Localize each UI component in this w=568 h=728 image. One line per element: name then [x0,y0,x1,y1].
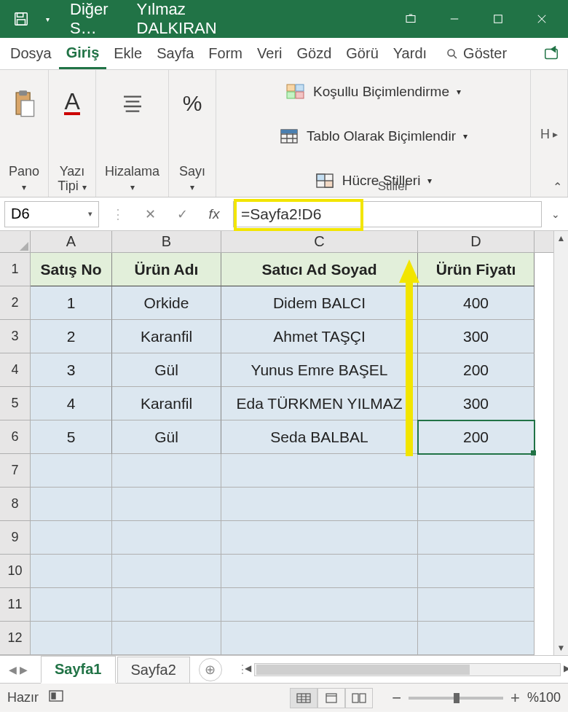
cell-C12[interactable] [221,622,418,655]
cell-C7[interactable] [221,454,418,488]
cell-A2[interactable]: 1 [31,286,112,320]
cell-A7[interactable] [31,454,112,488]
cell-B5[interactable]: Karanfil [112,387,221,420]
cell-D11[interactable] [418,588,535,622]
cell-B6[interactable]: Gül [112,420,221,454]
row-header-9[interactable]: 9 [0,521,30,555]
cell-B2[interactable]: Orkide [112,286,221,320]
cell-B10[interactable] [112,555,221,588]
cell-C10[interactable] [221,555,418,588]
row-header-7[interactable]: 7 [0,454,30,488]
cell-D7[interactable] [418,454,535,488]
row-header-3[interactable]: 3 [0,320,30,353]
ribbon-display-options[interactable] [389,0,433,38]
cell-C1[interactable]: Satıcı Ad Soyad [221,253,418,286]
cell-D3[interactable]: 300 [418,320,535,353]
cell-D8[interactable] [418,488,535,521]
minimize-button[interactable] [433,0,476,38]
col-header-D[interactable]: D [418,231,535,252]
conditional-formatting-button[interactable]: Koşullu Biçimlendirme ▾ [285,79,461,105]
row-header-4[interactable]: 4 [0,353,30,387]
cell-D2[interactable]: 400 [418,286,535,320]
cell-B8[interactable] [112,488,221,521]
font-button[interactable]: A [58,89,87,118]
cell-A3[interactable]: 2 [31,320,112,353]
cell-C9[interactable] [221,521,418,555]
zoom-in-button[interactable]: + [510,689,520,708]
cell-A8[interactable] [31,488,112,521]
name-box-dropdown-icon[interactable]: ▾ [88,209,92,219]
cell-C11[interactable] [221,588,418,622]
share-button[interactable] [535,38,568,69]
tab-sayfa[interactable]: Sayfa [149,38,201,69]
sheet-tab-sayfa2[interactable]: Sayfa2 [117,657,190,683]
cell-A12[interactable] [31,622,112,655]
number-button[interactable]: % [178,89,207,118]
alignment-button[interactable] [118,89,147,118]
col-header-B[interactable]: B [112,231,221,252]
cell-C2[interactable]: Didem BALCI [221,286,418,320]
format-as-table-button[interactable]: Tablo Olarak Biçimlendir ▾ [279,123,468,149]
insert-function-button[interactable]: fx [201,201,227,227]
save-button[interactable] [4,4,38,34]
collapse-ribbon-button[interactable]: ⌃ [553,180,562,194]
cell-B4[interactable]: Gül [112,353,221,387]
expand-formula-bar-button[interactable]: ⌄ [548,208,564,220]
tab-veri[interactable]: Veri [250,38,289,69]
macro-recorder-icon[interactable] [49,690,63,705]
cell-C8[interactable] [221,488,418,521]
col-header-A[interactable]: A [31,231,112,252]
cell-D5[interactable]: 300 [418,387,535,420]
scroll-up-icon[interactable]: ▲ [554,231,568,246]
normal-view-button[interactable] [290,688,317,708]
cell-D6[interactable]: 200 [418,420,535,454]
cell-B7[interactable] [112,454,221,488]
zoom-slider[interactable] [409,697,503,700]
row-header-8[interactable]: 8 [0,488,30,521]
add-sheet-button[interactable]: ⊕ [199,658,222,681]
tab-yardi[interactable]: Yardı [386,38,434,69]
scroll-down-icon[interactable]: ▼ [554,641,568,655]
page-break-view-button[interactable] [345,688,373,708]
cell-B12[interactable] [112,622,221,655]
cell-A11[interactable] [31,588,112,622]
cell-A6[interactable]: 5 [31,420,112,454]
tab-goru[interactable]: Görü [339,38,385,69]
vertical-scrollbar[interactable]: ▲ ▼ [553,231,568,655]
cell-C5[interactable]: Eda TÜRKMEN YILMAZ [221,387,418,420]
cell-A9[interactable] [31,521,112,555]
cell-A5[interactable]: 4 [31,387,112,420]
cell-A4[interactable]: 3 [31,353,112,387]
qat-customize-dropdown[interactable]: ▾ [38,4,57,34]
maximize-button[interactable] [476,0,520,38]
row-header-2[interactable]: 2 [0,286,30,320]
cell-A10[interactable] [31,555,112,588]
cell-D1[interactable]: Ürün Fiyatı [418,253,535,286]
cell-D10[interactable] [418,555,535,588]
row-header-5[interactable]: 5 [0,387,30,420]
cell-B1[interactable]: Ürün Adı [112,253,221,286]
cell-C4[interactable]: Yunus Emre BAŞEL [221,353,418,387]
cell-C6[interactable]: Seda BALBAL [221,420,418,454]
tab-gozd[interactable]: Gözd [289,38,339,69]
tab-giris[interactable]: Giriş [59,38,107,69]
cell-B3[interactable]: Karanfil [112,320,221,353]
sheet-tab-sayfa1[interactable]: Sayfa1 [41,656,116,684]
zoom-level[interactable]: %100 [527,690,561,705]
tab-dosya[interactable]: Dosya [3,38,59,69]
cancel-formula-button[interactable]: ✕ [137,201,163,227]
col-header-C[interactable]: C [221,231,418,252]
horizontal-scrollbar[interactable]: ◀▶ [254,663,561,676]
cell-A1[interactable]: Satış No [31,253,112,286]
cell-D4[interactable]: 200 [418,353,535,387]
cell-B9[interactable] [112,521,221,555]
close-button[interactable] [520,0,564,38]
row-header-6[interactable]: 6 [0,420,30,454]
select-all-corner[interactable] [0,231,30,253]
row-header-11[interactable]: 11 [0,588,30,622]
tell-me-search[interactable]: Göster [438,38,514,69]
name-box[interactable]: D6 ▾ [4,201,99,227]
formula-input[interactable]: =Sayfa2!D6 [233,201,542,227]
row-header-12[interactable]: 12 [0,622,30,655]
tab-ekle[interactable]: Ekle [106,38,149,69]
